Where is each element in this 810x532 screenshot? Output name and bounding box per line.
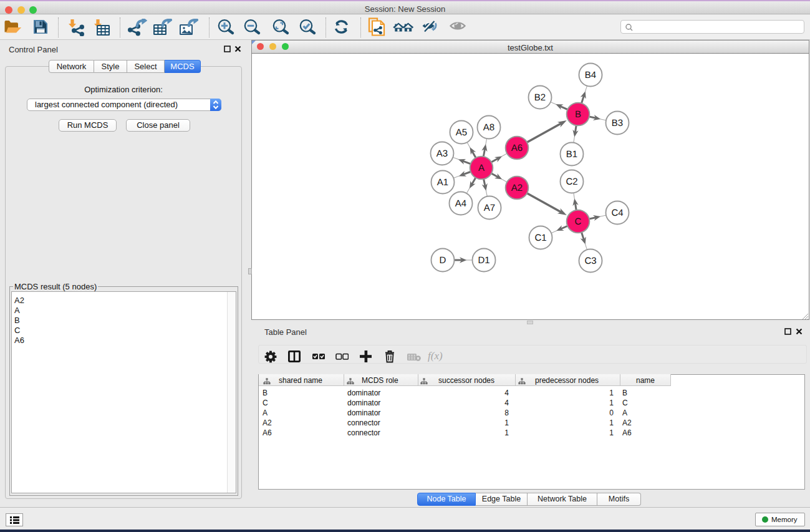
svg-text:B: B — [575, 109, 581, 119]
svg-text:A5: A5 — [456, 127, 467, 137]
svg-text:C1: C1 — [534, 232, 546, 243]
svg-text:B1: B1 — [566, 148, 577, 159]
svg-text:C3: C3 — [584, 255, 596, 266]
svg-text:D1: D1 — [478, 254, 489, 265]
svg-text:B3: B3 — [612, 117, 623, 128]
svg-text:A3: A3 — [436, 148, 448, 158]
svg-text:A: A — [478, 162, 485, 173]
svg-text:A1: A1 — [437, 177, 448, 187]
svg-text:A2: A2 — [511, 182, 523, 193]
svg-text:C: C — [575, 216, 582, 226]
svg-text:D: D — [440, 254, 446, 265]
svg-text:A6: A6 — [511, 142, 523, 153]
svg-text:A4: A4 — [455, 198, 466, 208]
svg-text:B2: B2 — [534, 92, 546, 102]
svg-text:A7: A7 — [484, 202, 495, 213]
svg-text:B4: B4 — [585, 69, 596, 80]
svg-text:C4: C4 — [611, 207, 623, 218]
svg-text:C2: C2 — [566, 176, 577, 186]
svg-text:A8: A8 — [483, 122, 494, 132]
